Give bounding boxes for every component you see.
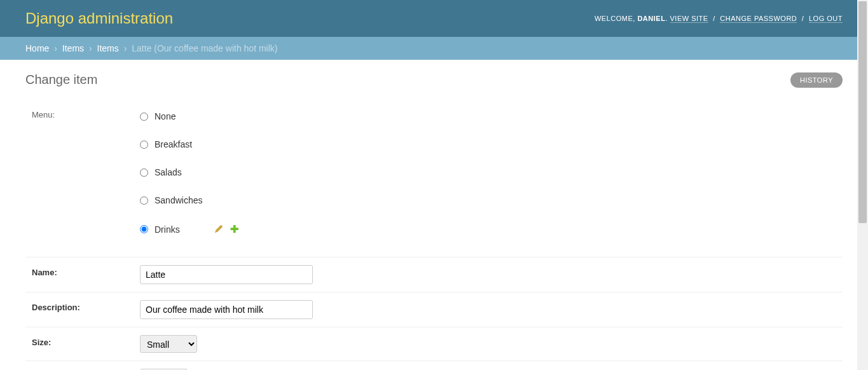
breadcrumb-model[interactable]: Items	[97, 43, 119, 53]
description-input[interactable]	[140, 300, 313, 319]
menu-option-label[interactable]: Sandwiches	[155, 195, 203, 205]
page-title: Change item	[25, 72, 843, 87]
site-title[interactable]: Django administration	[25, 10, 173, 27]
menu-label: Menu:	[32, 107, 134, 120]
menu-radio-none[interactable]	[140, 113, 148, 121]
change-password-link[interactable]: CHANGE PASSWORD	[720, 15, 797, 23]
description-label: Description:	[32, 300, 134, 312]
menu-radio-sandwiches[interactable]	[140, 196, 148, 205]
plus-icon[interactable]: ✚	[230, 223, 238, 235]
scrollbar-thumb[interactable]	[858, 1, 867, 223]
form-row-name: Name:	[25, 257, 843, 292]
history-button[interactable]: HISTORY	[790, 72, 843, 88]
form-row-menu: Menu: None Breakfast Salads Sandwiches	[25, 100, 843, 257]
breadcrumb: Home › Items › Items › Latte (Our coffee…	[0, 37, 868, 60]
form-row-size: Size: Small	[25, 327, 843, 361]
menu-option-label[interactable]: Breakfast	[155, 139, 192, 149]
logout-link[interactable]: LOG OUT	[809, 15, 843, 23]
user-tools: WELCOME, DANIEL. VIEW SITE / CHANGE PASS…	[595, 15, 843, 22]
menu-radio-list: None Breakfast Salads Sandwiches Drinks	[140, 107, 836, 249]
name-input[interactable]	[140, 265, 313, 284]
content: Change item HISTORY Menu: None Breakfast…	[0, 60, 868, 370]
separator: /	[802, 15, 804, 22]
breadcrumb-app[interactable]: Items	[62, 43, 84, 53]
scrollbar[interactable]: ▲	[857, 0, 868, 370]
size-select[interactable]: Small	[140, 335, 197, 353]
pencil-icon[interactable]	[215, 224, 223, 235]
menu-radio-drinks[interactable]	[140, 225, 148, 233]
breadcrumb-current: Latte (Our coffee made with hot milk)	[132, 43, 277, 53]
menu-radio-breakfast[interactable]	[140, 140, 148, 149]
separator: /	[713, 15, 715, 22]
name-label: Name:	[32, 265, 134, 277]
menu-option-label[interactable]: None	[155, 111, 176, 121]
breadcrumb-home[interactable]: Home	[25, 43, 49, 53]
form-row-calories: Calories:	[25, 361, 843, 370]
username: DANIEL	[637, 15, 665, 22]
welcome-text: WELCOME,	[595, 15, 635, 22]
size-label: Size:	[32, 335, 134, 347]
header: Django administration WELCOME, DANIEL. V…	[0, 0, 868, 37]
menu-option-label[interactable]: Drinks	[155, 224, 180, 235]
view-site-link[interactable]: VIEW SITE	[670, 15, 708, 23]
menu-option-label[interactable]: Salads	[155, 167, 182, 177]
form-row-description: Description:	[25, 292, 843, 327]
menu-radio-salads[interactable]	[140, 168, 148, 177]
